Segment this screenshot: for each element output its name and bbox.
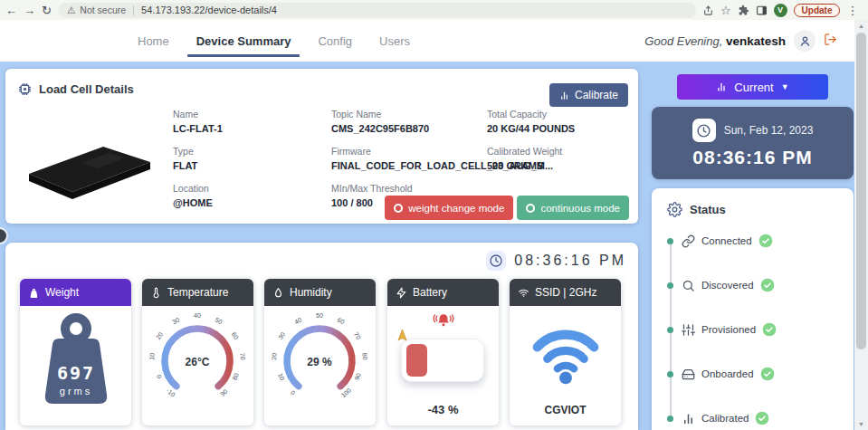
bolt-icon [396,287,407,299]
check-icon [758,234,773,248]
droplet-icon [272,287,284,299]
url-text: 54.173.193.22/device-details/4 [141,5,277,15]
nav-item-home[interactable]: Home [136,31,171,52]
extensions-icon[interactable] [738,5,749,16]
clock-icon [486,251,506,271]
status-item-discovered: Discovered [664,275,844,295]
browser-window: ← → ↻ ⚠ Not secure 54.173.193.22/device-… [0,0,868,430]
chevron-down-icon: ▼ [781,82,789,91]
date-text: Sun, Feb 12, 2023 [724,124,814,137]
svg-text:60: 60 [337,316,346,325]
svg-text:20: 20 [155,331,164,340]
device-location: @HOME [173,197,223,208]
link-icon [682,234,695,248]
panel-title: Load Cell Details [17,81,134,97]
timeline-dot [667,371,673,377]
humidity-card-header[interactable]: Humidity [264,279,376,306]
thermometer-icon [150,287,162,299]
battery-card-header[interactable]: Battery [387,279,499,306]
username: venkatesh [726,34,786,48]
greeting-text: Good Evening, venkatesh [644,34,786,48]
menu-icon[interactable]: ⋮ [846,5,858,16]
svg-text:80: 80 [231,372,239,381]
scrollbar-thumb[interactable] [856,33,866,349]
search-icon [682,279,695,292]
svg-text:20: 20 [271,352,278,360]
svg-text:60: 60 [231,331,240,340]
svg-text:0: 0 [290,389,297,397]
calibrated-weight: 500 GRAMS [487,160,575,171]
svg-text:0: 0 [156,374,163,379]
svg-text:40: 40 [293,316,302,325]
bookmark-star-icon[interactable]: ☆ [720,5,731,16]
radio-icon [394,204,403,213]
logout-icon[interactable] [824,33,837,50]
status-card: Status ConnectedDiscoveredProvisionedOnb… [652,188,854,430]
svg-text:10: 10 [277,372,285,381]
svg-text:30: 30 [171,316,180,325]
greeting-area: Good Evening, venkatesh [644,20,837,62]
svg-text:50: 50 [316,312,323,319]
mode-buttons: weight change mode continuous mode [385,196,629,220]
status-item-connected: Connected [664,231,844,251]
svg-text:29 %: 29 % [307,356,332,368]
profile-avatar[interactable]: V [774,4,787,17]
status-item-onboarded: Onboarded [664,364,844,384]
weight-change-mode-button[interactable]: weight change mode [385,196,513,220]
svg-text:grms: grms [60,386,92,397]
calibrate-button[interactable]: Calibrate [549,83,628,107]
warning-arrow-icon [396,329,409,344]
side-panel-icon[interactable] [756,5,768,16]
chip-icon [17,81,33,97]
wifi-icon [518,287,529,299]
share-icon[interactable] [702,5,714,16]
temperature-gauge: -10010203040506070809026°C [144,310,251,415]
weight-value-art: 697 grms [26,310,126,422]
svg-text:70: 70 [353,331,362,340]
metrics-panel: 08:36:16 PM Weight 697 grms Temperature [5,243,638,430]
radio-icon [526,204,535,213]
temperature-card-header[interactable]: Temperature [142,279,253,306]
svg-text:26°C: 26°C [186,356,210,368]
timeline-dot [667,238,673,244]
status-item-provisioned: Provisioned [664,320,844,339]
status-label: Discovered [701,280,754,291]
svg-text:30: 30 [277,331,286,340]
svg-text:90: 90 [219,388,229,397]
nav-item-config[interactable]: Config [316,31,354,52]
inbox-icon [682,368,695,381]
clock-time: 08:36:16 PM [514,253,626,269]
forward-button[interactable]: → [24,5,35,16]
svg-text:90: 90 [353,372,361,381]
ssid-card-header[interactable]: SSID | 2GHz [510,279,621,306]
svg-text:10: 10 [148,352,156,360]
update-button[interactable]: Update [794,4,841,17]
main-nav: Home Device Summary Config Users [136,20,412,62]
floating-widget[interactable] [0,227,8,244]
field-column-3: Total Capacity20 KG/44 POUNDS Calibrated… [487,109,575,183]
back-button[interactable]: ← [5,5,17,16]
battery-level [406,344,427,377]
current-dropdown-button[interactable]: Current ▼ [677,74,828,100]
ssid-value: CGVIOT [510,404,621,416]
scroll-up-arrow[interactable]: ▲ [854,23,868,29]
profile-button[interactable] [794,30,816,52]
reload-button[interactable]: ↻ [42,5,52,16]
battery-graphic [401,339,484,382]
scroll-down-arrow[interactable]: ▼ [854,421,868,427]
check-icon [760,278,775,292]
wifi-graphic [524,317,607,386]
status-item-calibrated: Calibrated [664,408,844,428]
page-scrollbar[interactable]: ▲ ▼ [854,20,868,430]
weight-card-header[interactable]: Weight [20,279,131,306]
nav-item-device-summary[interactable]: Device Summary [195,31,293,52]
humidity-gauge: 010203040506070809010029 % [266,310,373,415]
live-clock: 08:36:16 PM [486,251,626,271]
nav-item-users[interactable]: Users [377,31,412,52]
warning-icon: ⚠ [67,5,75,15]
address-bar[interactable]: ⚠ Not secure 54.173.193.22/device-detail… [58,3,696,18]
continuous-mode-button[interactable]: continuous mode [517,196,629,220]
status-label: Provisioned [701,324,756,335]
datetime-card: Sun, Feb 12, 2023 08:36:16 PM [652,107,854,179]
page-header: Home Device Summary Config Users Good Ev… [0,20,868,62]
